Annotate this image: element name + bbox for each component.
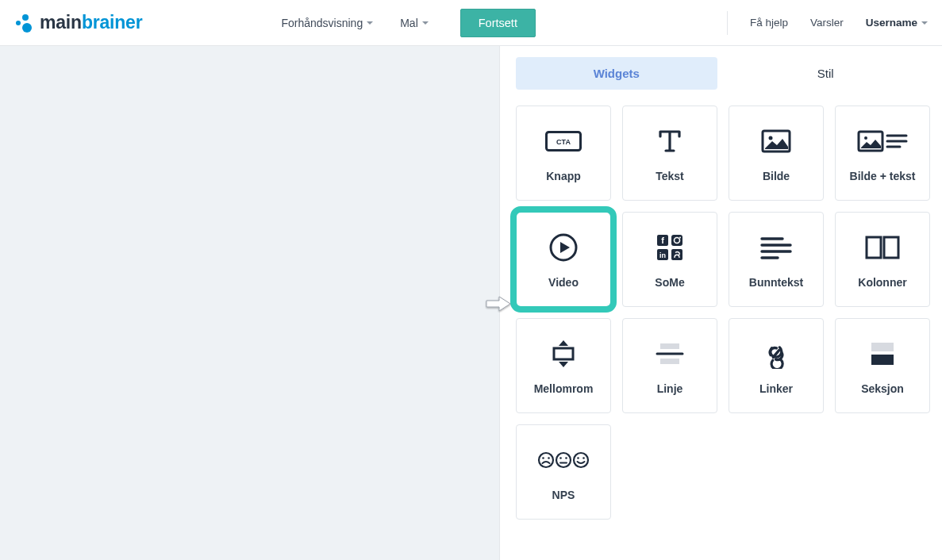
widget-label: SoMe [655,276,684,289]
link-chain-icon [761,336,791,371]
tab-widgets[interactable]: Widgets [516,57,717,90]
video-play-icon [548,230,579,265]
help-link[interactable]: Få hjelp [750,17,788,29]
svg-rect-24 [554,348,573,359]
widget-button[interactable]: CTA Knapp [516,105,611,201]
widget-nps[interactable]: NPS [516,424,611,520]
section-icon [867,336,898,371]
svg-text:f: f [661,236,664,245]
svg-point-32 [548,457,550,459]
svg-rect-12 [671,235,682,246]
preview-label: Forhåndsvisning [281,17,363,29]
widget-some[interactable]: f in SoMe [622,212,717,307]
widget-label: Bilde + tekst [850,170,916,182]
preview-dropdown[interactable]: Forhåndsvisning [281,17,373,29]
nav-right: Få hjelp Varsler Username [727,11,928,35]
svg-point-14 [679,237,681,239]
svg-rect-25 [660,343,679,349]
template-label: Mal [400,17,418,29]
right-panel: Widgets Stil CTA Knapp Tekst Bilde [499,46,942,560]
image-icon [761,124,791,159]
caret-down-icon [921,21,928,25]
widget-label: Linker [759,382,793,395]
widget-text[interactable]: Tekst [622,105,717,201]
svg-point-3 [769,136,773,140]
widget-line[interactable]: Linje [622,318,717,413]
svg-text:CTA: CTA [556,138,571,146]
svg-rect-22 [867,237,881,258]
svg-point-31 [542,457,544,459]
image-text-icon [857,124,908,159]
svg-rect-28 [871,343,894,351]
svg-text:in: in [659,251,666,259]
widget-links[interactable]: Linker [729,318,824,413]
svg-point-35 [565,457,567,459]
panel-tabs: Widgets Stil [516,57,926,90]
widgets-grid: CTA Knapp Tekst Bilde [516,105,926,520]
widget-label: Mellomrom [534,382,594,395]
widget-label: Kolonner [858,276,906,289]
widget-label: Bilde [763,170,790,182]
tab-style[interactable]: Stil [725,57,927,90]
arrow-pointer-icon [485,295,512,313]
continue-button[interactable]: Fortsett [460,9,536,37]
notifications-link[interactable]: Varsler [810,17,844,29]
username-label: Username [866,17,917,29]
widget-label: Knapp [546,170,581,182]
svg-point-33 [556,453,571,467]
nps-faces-icon [535,443,592,478]
logo-dots-icon [11,13,35,33]
cta-button-icon: CTA [545,124,582,159]
widget-label: NPS [552,489,575,501]
widget-label: Video [548,276,579,289]
spacing-icon [549,336,578,371]
widget-label: Bunntekst [749,276,803,289]
widget-label: Linje [657,382,683,395]
widget-image-text[interactable]: Bilde + tekst [835,105,930,201]
widget-image[interactable]: Bilde [729,105,824,201]
text-icon [656,124,684,159]
username-dropdown[interactable]: Username [866,17,928,29]
svg-point-5 [864,136,867,140]
widget-section[interactable]: Seksjon [835,318,930,413]
nav-center: Forhåndsvisning Mal Fortsett [281,9,535,37]
widget-video[interactable]: Video [516,212,611,307]
template-dropdown[interactable]: Mal [400,17,429,29]
line-divider-icon [654,336,686,371]
top-bar: mainbrainer Forhåndsvisning Mal Fortsett… [0,0,942,46]
logo-text-part1: main [40,12,82,33]
widget-label: Seksjon [861,382,904,395]
svg-point-34 [559,457,562,459]
widget-label: Tekst [656,170,684,182]
social-media-icon: f in [654,230,686,265]
svg-point-38 [577,457,579,459]
widget-footer[interactable]: Bunntekst [729,212,824,307]
widget-columns[interactable]: Kolonner [835,212,930,307]
logo[interactable]: mainbrainer [11,12,142,33]
svg-rect-23 [884,237,898,258]
svg-point-39 [583,457,585,459]
divider [727,11,728,35]
caret-down-icon [367,21,373,25]
svg-rect-27 [660,359,679,364]
svg-rect-29 [871,355,894,365]
logo-text-part2: brainer [82,12,143,33]
footer-text-icon [759,230,794,265]
svg-point-30 [539,453,553,467]
widget-spacing[interactable]: Mellomrom [516,318,611,413]
columns-icon [863,230,902,265]
svg-point-37 [574,453,588,467]
caret-down-icon [422,21,429,25]
